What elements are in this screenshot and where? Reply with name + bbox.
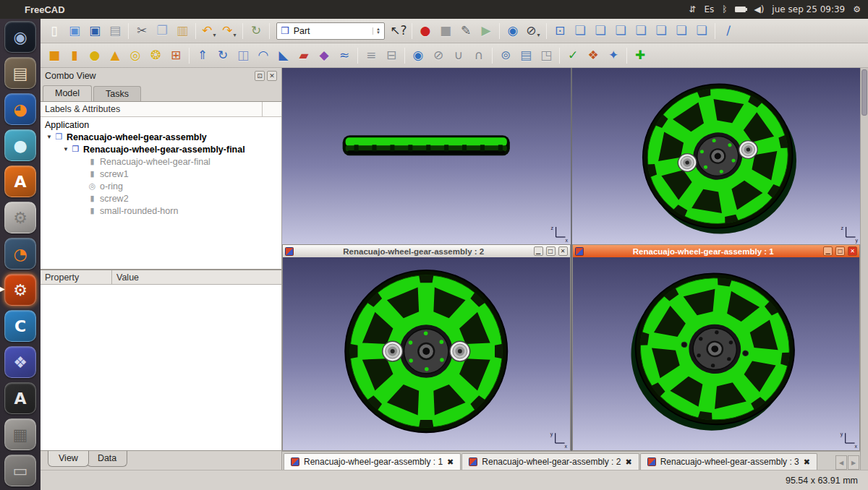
tab-tasks[interactable]: Tasks xyxy=(93,86,141,101)
macro-play-button[interactable]: ▶ xyxy=(476,21,496,41)
viewport-top-right[interactable]: zy xyxy=(572,68,861,244)
tree-item[interactable]: ▮Renacuajo-wheel-gear-final xyxy=(41,155,281,168)
part-fillet-button[interactable]: ◠ xyxy=(253,46,273,66)
part-loft-button[interactable]: ◆ xyxy=(314,46,334,66)
launcher-firefox-icon[interactable]: ◕ xyxy=(4,93,36,125)
tab-scroll-left-button[interactable]: ◀ xyxy=(835,455,847,470)
tree-item[interactable]: ▼❒Renacuajo-wheel-gear-assembly-final xyxy=(41,143,281,155)
labels-header-aux-column[interactable] xyxy=(263,102,281,116)
part-thickness-button[interactable]: ⊟ xyxy=(381,46,401,66)
refresh-button[interactable]: ↻ xyxy=(246,21,266,41)
launcher-file-manager-icon[interactable]: ▤ xyxy=(4,57,36,89)
dock-close-button[interactable]: ✕ xyxy=(267,71,277,81)
document-tab[interactable]: Renacuajo-wheel-gear-assembly : 1✖ xyxy=(284,453,461,470)
close-button[interactable]: ✕ xyxy=(848,246,857,256)
macro-stop-button[interactable]: ■ xyxy=(435,21,456,41)
tree-item[interactable]: ▼❒Renacuajo-wheel-gear-assembly xyxy=(41,131,281,143)
maximize-button[interactable]: □ xyxy=(546,246,556,256)
file-new-button[interactable]: ▯ xyxy=(44,21,64,41)
view-rear-button[interactable]: ❏ xyxy=(651,21,671,41)
window-titlebar-inactive[interactable]: Renacuajo-wheel-gear-assembly : 2 ▁ □ ✕ xyxy=(283,245,570,257)
viewport-bottom-left[interactable]: yx xyxy=(283,257,570,450)
part-extrude-button[interactable]: ⇑ xyxy=(192,46,213,66)
viewport-top-left[interactable]: zx xyxy=(282,68,571,244)
view-top-button[interactable]: ❏ xyxy=(610,21,631,41)
minimize-button[interactable]: ▁ xyxy=(534,246,543,256)
workbench-selector[interactable]: ❒Part▲▼ xyxy=(276,22,385,40)
view-axonometric-button[interactable]: ❏ xyxy=(570,21,590,41)
part-refine-shape-button[interactable]: ✦ xyxy=(603,46,624,66)
maximize-button[interactable]: □ xyxy=(835,246,845,256)
launcher-terminal-icon[interactable]: ▦ xyxy=(4,418,36,450)
launcher-text-editor-icon[interactable]: A xyxy=(4,166,36,197)
tree-expander-icon[interactable]: ▼ xyxy=(61,146,70,152)
launcher-system-settings-icon[interactable]: ⚙ xyxy=(4,202,36,233)
part-sweep-button[interactable]: ≈ xyxy=(334,46,354,66)
cut-button[interactable]: ✂ xyxy=(132,21,152,41)
launcher-web-browser-icon[interactable]: ● xyxy=(4,129,36,161)
undo-button[interactable]: ↶▾ xyxy=(199,21,219,41)
redo-button[interactable]: ↷▾ xyxy=(219,21,239,41)
3d-view-canvas[interactable]: zx xyxy=(282,68,571,244)
part-cross-sections-button[interactable]: ▤ xyxy=(516,46,536,66)
viewport-bottom-right[interactable]: yx xyxy=(573,257,860,450)
bluetooth-icon[interactable]: ᛒ xyxy=(722,4,727,14)
updown-arrows-icon[interactable]: ⇵ xyxy=(689,4,696,14)
part-defeaturing-button[interactable]: ❖ xyxy=(583,46,603,66)
clock[interactable]: jue sep 25 09:39 xyxy=(772,4,845,14)
print-button[interactable]: ▤ xyxy=(105,21,125,41)
part-ruled-surface-button[interactable]: ▰ xyxy=(294,46,314,66)
volume-icon[interactable]: ◀) xyxy=(754,4,764,14)
tree-expander-icon[interactable]: ▼ xyxy=(45,134,54,140)
part-torus-button[interactable]: ◎ xyxy=(125,46,145,66)
macro-edit-button[interactable]: ✎ xyxy=(456,21,476,41)
3d-view-canvas[interactable]: yx xyxy=(573,257,860,450)
redo-dropdown-icon[interactable]: ▾ xyxy=(234,32,237,41)
launcher-a-utility-icon[interactable]: A xyxy=(4,382,36,414)
draw-style-dropdown-icon[interactable]: ▾ xyxy=(537,32,540,41)
tab-model[interactable]: Model xyxy=(43,85,92,101)
tree-item[interactable]: ▮screw1 xyxy=(41,168,281,180)
combo-spinner-icon[interactable]: ▲▼ xyxy=(373,27,380,35)
launcher-extra-app-icon[interactable]: ▭ xyxy=(4,455,36,486)
launcher-c-ide-icon[interactable]: C xyxy=(4,310,36,342)
zoom-selection-button[interactable]: ◉ xyxy=(503,21,523,41)
tab-close-icon[interactable]: ✖ xyxy=(625,457,631,467)
tab-close-icon[interactable]: ✖ xyxy=(804,457,810,467)
part-sphere-button[interactable]: ● xyxy=(85,46,105,66)
property-column-header[interactable]: Property xyxy=(41,270,112,284)
labels-attributes-header[interactable]: Labels & Attributes xyxy=(41,102,263,116)
view-fit-all-button[interactable]: ⊡ xyxy=(550,21,570,41)
part-box-button[interactable]: ■ xyxy=(44,46,64,66)
tab-scroll-right-button[interactable]: ▶ xyxy=(848,455,859,470)
file-save-button[interactable]: ▣ xyxy=(85,21,105,41)
part-mirror-button[interactable]: ◫ xyxy=(233,46,253,66)
keyboard-layout-indicator[interactable]: Es xyxy=(704,4,714,14)
part-boolean-button[interactable]: ◉ xyxy=(408,46,428,66)
tab-data[interactable]: Data xyxy=(87,451,127,467)
tab-close-icon[interactable]: ✖ xyxy=(447,457,454,467)
paste-button[interactable]: ▥ xyxy=(172,21,192,41)
minimize-button[interactable]: ▁ xyxy=(823,246,833,256)
create-new-button[interactable]: ✚ xyxy=(630,46,650,66)
tree-item-application[interactable]: Application xyxy=(41,119,281,131)
undo-dropdown-icon[interactable]: ▾ xyxy=(213,32,216,41)
battery-icon[interactable] xyxy=(735,7,746,12)
session-gear-icon[interactable]: ⚙ xyxy=(853,4,861,14)
window-titlebar-active[interactable]: Renacuajo-wheel-gear-assembly : 1 ▁ □ ✕ xyxy=(573,245,860,257)
part-revolve-button[interactable]: ↻ xyxy=(213,46,233,66)
dock-float-button[interactable]: ⊡ xyxy=(255,71,265,81)
whats-this-button[interactable]: ↖? xyxy=(388,21,409,41)
part-check-geometry-button[interactable]: ✓ xyxy=(563,46,583,66)
document-tab[interactable]: Renacuajo-wheel-gear-assembly : 2✖ xyxy=(461,453,639,470)
launcher-freecad-icon[interactable]: ⚙▶ xyxy=(4,274,36,306)
view-left-button[interactable]: ❏ xyxy=(692,21,712,41)
value-column-header[interactable]: Value xyxy=(112,270,281,284)
close-button[interactable]: ✕ xyxy=(558,246,568,256)
tab-view[interactable]: View xyxy=(48,451,89,467)
mdi-scrollbar[interactable] xyxy=(860,68,868,470)
3d-view-canvas[interactable]: zy xyxy=(572,68,861,244)
copy-button[interactable]: ❐ xyxy=(152,21,172,41)
3d-view-canvas[interactable]: yx xyxy=(283,257,570,450)
part-compound-button[interactable]: ◳ xyxy=(536,46,556,66)
